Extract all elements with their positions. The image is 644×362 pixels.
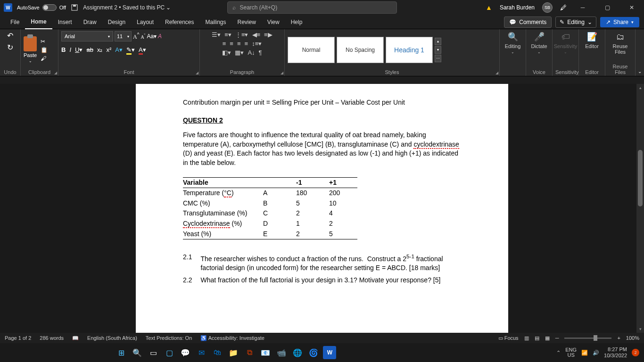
collapse-ribbon-button[interactable]: ⌄ <box>638 69 642 74</box>
dictate-button[interactable]: 🎤 Dictate⌄ <box>529 31 549 68</box>
word-count[interactable]: 286 words <box>40 335 64 341</box>
language[interactable]: English (South Africa) <box>87 335 137 341</box>
font-dialog-launcher[interactable]: ◢ <box>196 71 198 75</box>
editing-mode-button[interactable]: ✎ Editing ⌄ <box>555 16 596 28</box>
autosave-toggle[interactable]: AutoSave Off <box>17 4 66 11</box>
copy-button[interactable]: 📋 <box>41 47 48 53</box>
taskbar-app-1[interactable]: ▢ <box>163 346 176 359</box>
vertical-scrollbar[interactable]: ▴ ▾ <box>636 84 644 333</box>
decrease-indent-button[interactable]: ◀≡ <box>252 31 261 38</box>
notification-badge[interactable]: 2 <box>632 349 639 356</box>
multilevel-button[interactable]: ⋮≡▾ <box>235 31 248 38</box>
tab-draw[interactable]: Draw <box>78 15 102 29</box>
scrollbar-thumb[interactable] <box>638 150 643 206</box>
taskbar-word-icon[interactable]: W <box>323 346 336 359</box>
share-button[interactable]: ↗ Share ▾ <box>600 17 639 27</box>
align-right-button[interactable]: ≡ <box>237 40 241 47</box>
print-layout-icon[interactable]: ▤ <box>535 335 539 341</box>
editor-button[interactable]: 📝 Editor <box>582 31 602 68</box>
warning-icon[interactable]: ▲ <box>486 4 492 11</box>
borders-button[interactable]: ▦▾ <box>235 49 244 56</box>
shading-button[interactable]: ◧▾ <box>222 49 231 56</box>
focus-mode[interactable]: ▭ Focus <box>498 335 519 341</box>
zoom-in-button[interactable]: + <box>617 335 620 341</box>
taskbar-teams-icon[interactable]: 💬 <box>179 346 192 359</box>
taskbar-mail-icon[interactable]: ✉ <box>195 346 208 359</box>
style-nospacing[interactable]: No Spacing <box>337 37 384 63</box>
superscript-button[interactable]: x² <box>106 46 111 53</box>
taskbar-office-icon[interactable]: ⧉ <box>243 346 256 359</box>
taskbar-chrome-icon[interactable]: 🌐 <box>291 346 304 359</box>
decrease-font-button[interactable]: Aˇ <box>140 33 145 40</box>
tab-insert[interactable]: Insert <box>52 15 78 29</box>
read-mode-icon[interactable]: ▥ <box>524 335 529 341</box>
redo-button[interactable]: ↻ <box>7 43 13 52</box>
start-button[interactable]: ⊞ <box>115 346 128 359</box>
numbering-button[interactable]: ≡▾ <box>224 31 231 38</box>
font-color-button[interactable]: A▾ <box>139 46 146 53</box>
volume-icon[interactable]: 🔊 <box>593 350 599 356</box>
strikethrough-button[interactable]: ab <box>86 46 93 53</box>
text-effects-button[interactable]: A▾ <box>115 46 123 53</box>
paragraph-dialog-launcher[interactable]: ◢ <box>281 71 283 75</box>
show-marks-button[interactable]: ¶ <box>259 49 262 56</box>
tab-home[interactable]: Home <box>25 15 52 29</box>
save-icon[interactable] <box>71 4 78 11</box>
user-avatar[interactable]: SB <box>542 2 553 13</box>
taskbar-explorer-icon[interactable]: 📁 <box>227 346 240 359</box>
tab-view[interactable]: View <box>262 15 285 29</box>
zoom-out-button[interactable]: ─ <box>555 335 559 341</box>
increase-font-button[interactable]: A^ <box>133 32 139 41</box>
maximize-button[interactable]: ▢ <box>599 1 616 14</box>
styles-expand[interactable]: ⋯ <box>435 55 441 62</box>
language-indicator[interactable]: ENGUS <box>565 347 577 358</box>
cut-button[interactable]: ✂ <box>41 38 48 45</box>
style-normal[interactable]: Normal <box>288 37 335 63</box>
undo-button[interactable]: ↶ <box>7 31 13 40</box>
subscript-button[interactable]: x₂ <box>97 46 103 53</box>
taskbar-store-icon[interactable]: 🛍 <box>211 346 224 359</box>
italic-button[interactable]: I <box>69 46 71 53</box>
styles-dialog-launcher[interactable]: ◢ <box>495 71 498 75</box>
paste-button[interactable]: Paste ⌄ <box>24 36 37 63</box>
reuse-files-button[interactable]: 🗂 ReuseFiles <box>608 31 632 63</box>
taskbar-zoom-icon[interactable]: 📹 <box>275 346 288 359</box>
taskbar-outlook-icon[interactable]: 📧 <box>259 346 272 359</box>
page-count[interactable]: Page 1 of 2 <box>5 335 31 341</box>
taskbar-edge-icon[interactable]: 🌀 <box>307 346 320 359</box>
tab-file[interactable]: File <box>5 15 25 29</box>
toggle-switch[interactable] <box>42 4 57 11</box>
zoom-level[interactable]: 100% <box>626 335 639 341</box>
zoom-slider[interactable] <box>564 337 611 339</box>
highlight-button[interactable]: ✎▾ <box>126 46 135 53</box>
user-name[interactable]: Sarah Burden <box>500 4 535 11</box>
clipboard-dialog-launcher[interactable]: ◢ <box>54 71 57 75</box>
tray-chevron-icon[interactable]: ⌃ <box>556 350 561 356</box>
tab-help[interactable]: Help <box>285 15 308 29</box>
bold-button[interactable]: B <box>61 46 66 53</box>
bullets-button[interactable]: ☰▾ <box>212 31 221 38</box>
align-center-button[interactable]: ≡ <box>230 40 233 47</box>
web-layout-icon[interactable]: ▦ <box>545 335 550 341</box>
taskbar-search-icon[interactable]: 🔍 <box>131 346 144 359</box>
search-input[interactable]: ⌕ Search (Alt+Q) <box>227 1 397 14</box>
line-spacing-button[interactable]: ↕≡▾ <box>252 40 262 47</box>
editing-button[interactable]: 🔍 Editing⌄ <box>503 31 523 68</box>
close-button[interactable]: ✕ <box>623 1 640 14</box>
tab-review[interactable]: Review <box>232 15 262 29</box>
document-title[interactable]: Assignment 2 • Saved to this PC ⌄ <box>83 4 171 11</box>
format-painter-button[interactable]: 🖌 <box>41 55 48 62</box>
spellcheck-icon[interactable]: 📖 <box>72 335 79 341</box>
style-heading1[interactable]: Heading 1 <box>386 37 433 63</box>
font-name-dropdown[interactable]: Arial▾ <box>61 31 113 41</box>
ribbon-display-icon[interactable]: 🖉 <box>560 4 567 11</box>
align-left-button[interactable]: ≡ <box>223 40 226 47</box>
underline-button[interactable]: U▾ <box>75 46 83 53</box>
comments-button[interactable]: 💬 Comments <box>504 16 552 28</box>
text-predictions[interactable]: Text Predictions: On <box>146 335 192 341</box>
document-page[interactable]: Contribution margin per unit = Selling P… <box>136 84 508 333</box>
font-size-dropdown[interactable]: 11▾ <box>115 31 132 41</box>
wifi-icon[interactable]: 📶 <box>581 350 588 356</box>
tab-layout[interactable]: Layout <box>131 15 159 29</box>
sort-button[interactable]: A↓ <box>248 49 255 56</box>
